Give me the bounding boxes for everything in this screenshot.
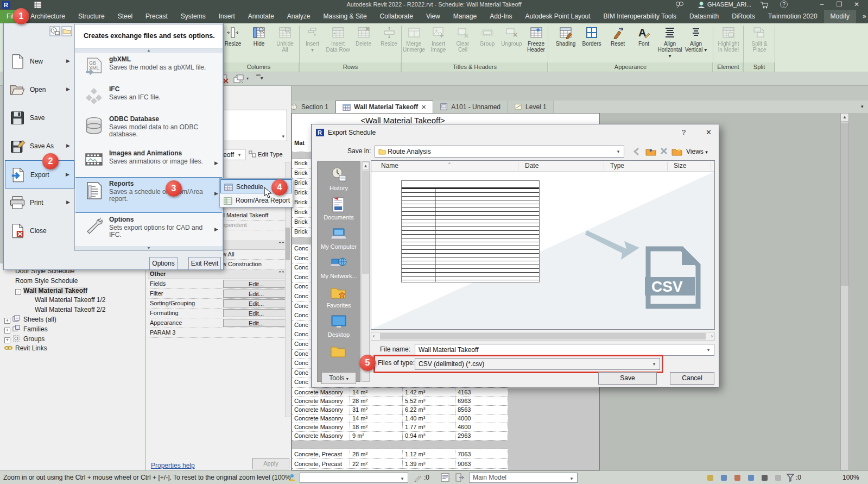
filter-edit-button[interactable]: Edit...: [223, 290, 289, 298]
views-dropdown[interactable]: Views ▾: [686, 148, 708, 155]
font-button[interactable]: AFont: [631, 25, 656, 62]
view-tab-level-1[interactable]: Level 1: [508, 100, 554, 113]
menu-item-save[interactable]: Save: [5, 104, 74, 132]
browser-item-groups[interactable]: +Groups: [4, 335, 45, 344]
save-button[interactable]: Save: [598, 372, 657, 385]
exit-revit-button[interactable]: Exit Revit: [188, 257, 221, 270]
recent-documents-icon[interactable]: [49, 26, 60, 36]
scroll-thumb[interactable]: [286, 228, 290, 260]
ribbon-tab-systems[interactable]: Systems: [174, 10, 212, 23]
back-icon[interactable]: [632, 147, 642, 156]
column-name[interactable]: Name: [381, 162, 398, 169]
collapse-section-icon[interactable]: ⌃⌃: [278, 271, 284, 276]
browser-item-sheets-all-[interactable]: +Sheets (all): [4, 315, 56, 324]
ribbon-tab-twinmotion-2020[interactable]: Twinmotion 2020: [762, 10, 824, 23]
ribbon-tab-manage[interactable]: Manage: [447, 10, 483, 23]
browser-item-wall-material-takeoff-1-2[interactable]: Wall Material Takeoff 1/2: [35, 296, 106, 305]
submenu-scroll-down[interactable]: ▼: [75, 246, 223, 250]
ribbon-tab-collaborate[interactable]: Collaborate: [373, 10, 420, 23]
sorting-grouping-edit-button[interactable]: Edit...: [223, 299, 289, 307]
places-scrollbar[interactable]: ▲: [362, 161, 370, 382]
export-item-reports[interactable]: ReportsSaves a schedule or Room/Area rep…: [75, 177, 222, 213]
maximize-button[interactable]: ❐: [832, 0, 847, 10]
dropdown-caret-icon[interactable]: ▾: [246, 76, 249, 81]
filter-icon[interactable]: [786, 473, 795, 482]
ribbon-tab-annotate[interactable]: Annotate: [242, 10, 281, 23]
place-favorites[interactable]: Favorites: [318, 284, 360, 309]
new-folder-icon[interactable]: [671, 147, 682, 156]
collapse-section-icon[interactable]: ⌃⌃: [278, 241, 284, 247]
dialog-close-icon[interactable]: ✕: [706, 128, 712, 136]
search-icon[interactable]: [675, 1, 684, 9]
align-horizontal--button[interactable]: AlignHorizontal ▾: [657, 25, 682, 62]
dialog-title-bar[interactable]: R Export Schedule ? ✕: [312, 124, 719, 141]
chevron-down-icon[interactable]: ▾: [235, 149, 244, 160]
collapse-ribbon-icon[interactable]: ▔▾: [256, 75, 263, 81]
link-navigator-icon[interactable]: [706, 473, 715, 482]
file-list-hscrollbar[interactable]: ‹ ›: [371, 332, 715, 341]
properties-help-link[interactable]: Properties help: [151, 460, 195, 470]
export-item-options[interactable]: OptionsSets export options for CAD and I…: [75, 213, 222, 245]
shading-button[interactable]: Shading: [553, 25, 578, 62]
worksets-icon[interactable]: [441, 473, 450, 482]
menu-item-new[interactable]: New▶: [5, 47, 74, 76]
tab-overflow-icon[interactable]: »: [856, 10, 868, 23]
ribbon-tab-structure[interactable]: Structure: [72, 10, 111, 23]
menu-item-close[interactable]: Close: [5, 217, 74, 245]
ribbon-tab-insert[interactable]: Insert: [212, 10, 242, 23]
resize-button[interactable]: Resize: [220, 25, 245, 62]
tree-expander-icon[interactable]: +: [4, 337, 10, 343]
dialog-help-icon[interactable]: ?: [682, 128, 686, 136]
align-vertical--button[interactable]: AlignVertical ▾: [683, 25, 708, 62]
minimize-button[interactable]: –: [814, 0, 829, 10]
tab-overflow-icon[interactable]: ▾: [861, 104, 864, 109]
ribbon-tab-datasmith[interactable]: Datasmith: [683, 10, 725, 23]
ribbon-tab-diroots[interactable]: DiRoots: [725, 10, 762, 23]
view-tab-a101-unnamed[interactable]: A101 - Unnamed: [433, 100, 508, 113]
formatting-edit-button[interactable]: Edit...: [223, 309, 289, 317]
place-documents[interactable]: Documents: [318, 196, 360, 221]
cancel-button[interactable]: Cancel: [670, 372, 714, 385]
ribbon-tab-bim-interoperability-tools[interactable]: BIM Interoperability Tools: [597, 10, 683, 23]
ribbon-tab-massing-site[interactable]: Massing & Site: [317, 10, 373, 23]
ribbon-tab-architecture[interactable]: Architecture: [24, 10, 72, 23]
settings-gear-icon[interactable]: [774, 473, 783, 482]
file-type-combo[interactable]: CSV (delimited) (*.csv)▾: [415, 358, 660, 370]
editable-only-icon[interactable]: [414, 473, 423, 482]
cart-icon[interactable]: [760, 1, 768, 9]
column-size[interactable]: Size: [674, 162, 686, 169]
reset-button[interactable]: Reset: [605, 25, 630, 62]
scroll-thumb[interactable]: [841, 123, 848, 286]
scroll-left-arrow[interactable]: ‹: [373, 333, 375, 339]
main-model-combo[interactable]: Main Model▾: [469, 473, 578, 483]
close-button[interactable]: ✕: [849, 0, 864, 10]
borders-button[interactable]: Borders: [579, 25, 604, 62]
ribbon-tab-add-ins[interactable]: Add-Ins: [483, 10, 518, 23]
hide-button[interactable]: Hide: [246, 25, 271, 62]
user-avatar-icon[interactable]: [698, 1, 705, 9]
place-history[interactable]: History: [318, 167, 360, 191]
tree-expander-icon[interactable]: +: [4, 328, 10, 334]
export-item-odbc-database[interactable]: ODBC DatabaseSaves model data to an ODBC…: [75, 113, 222, 147]
place-my-computer[interactable]: My Computer: [318, 225, 360, 250]
flyout-item-room-area-report[interactable]: Room/Area Report: [220, 193, 292, 208]
help-icon[interactable]: ?: [780, 1, 788, 8]
place-desktop[interactable]: Desktop: [318, 313, 360, 338]
chevron-down-icon[interactable]: ▾: [614, 146, 623, 157]
fields-edit-button[interactable]: Edit...: [223, 280, 289, 288]
pin-elements-icon[interactable]: [733, 473, 742, 482]
column-date[interactable]: Date: [525, 162, 538, 169]
export-item-ifc[interactable]: IFCSaves an IFC file.: [75, 83, 222, 112]
ribbon-tab-autodesk-point-layout[interactable]: Autodesk Point Layout: [519, 10, 597, 23]
scroll-up-arrow[interactable]: ▲: [841, 114, 848, 122]
scroll-thumb[interactable]: [362, 171, 369, 274]
view-tab-wall-material-takeoff[interactable]: Wall Material Takeoff✕: [335, 100, 433, 113]
browser-item-revit-links[interactable]: Revit Links: [4, 344, 47, 353]
browser-item-wall-material-takeoff-2-2[interactable]: Wall Material Takeoff 2/2: [35, 305, 106, 315]
submenu-scroll-up[interactable]: ▲: [75, 48, 223, 53]
menu-item-print[interactable]: Print▶: [5, 188, 74, 217]
view-vertical-scrollbar[interactable]: ▲: [840, 113, 849, 470]
select-link-icon[interactable]: [719, 473, 728, 482]
scroll-up-arrow[interactable]: ▲: [362, 162, 369, 169]
file-name-combo[interactable]: Wall Material Takeoff▾: [415, 344, 714, 356]
